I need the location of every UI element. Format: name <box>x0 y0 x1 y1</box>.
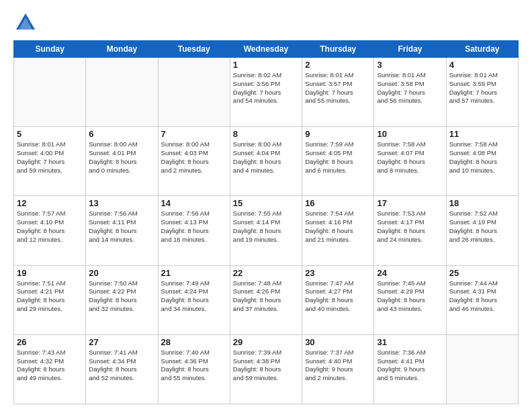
day-number: 17 <box>377 198 443 208</box>
day-header-sunday: Sunday <box>14 41 86 58</box>
calendar-cell <box>14 58 86 127</box>
page: SundayMondayTuesdayWednesdayThursdayFrid… <box>0 0 532 411</box>
calendar-cell: 4Sunrise: 8:01 AM Sunset: 3:59 PM Daylig… <box>446 58 518 127</box>
day-number: 11 <box>449 129 515 139</box>
calendar-cell: 22Sunrise: 7:48 AM Sunset: 4:26 PM Dayli… <box>230 265 302 334</box>
day-info: Sunrise: 7:54 AM Sunset: 4:16 PM Dayligh… <box>305 210 371 244</box>
day-info: Sunrise: 7:56 AM Sunset: 4:13 PM Dayligh… <box>161 210 227 244</box>
day-info: Sunrise: 7:43 AM Sunset: 4:32 PM Dayligh… <box>17 349 83 383</box>
calendar-cell: 26Sunrise: 7:43 AM Sunset: 4:32 PM Dayli… <box>14 334 86 404</box>
calendar-cell: 17Sunrise: 7:53 AM Sunset: 4:17 PM Dayli… <box>374 196 446 265</box>
day-info: Sunrise: 7:50 AM Sunset: 4:22 PM Dayligh… <box>89 279 154 314</box>
logo-icon <box>13 11 38 35</box>
day-number: 20 <box>89 268 154 278</box>
day-info: Sunrise: 8:00 AM Sunset: 4:03 PM Dayligh… <box>161 140 227 175</box>
calendar-cell: 28Sunrise: 7:40 AM Sunset: 4:36 PM Dayli… <box>158 334 230 404</box>
calendar-cell: 1Sunrise: 8:02 AM Sunset: 3:56 PM Daylig… <box>230 58 302 127</box>
calendar-cell: 7Sunrise: 8:00 AM Sunset: 4:03 PM Daylig… <box>158 127 230 196</box>
day-number: 31 <box>377 337 443 347</box>
day-info: Sunrise: 8:00 AM Sunset: 4:04 PM Dayligh… <box>233 140 299 175</box>
calendar-cell: 3Sunrise: 8:01 AM Sunset: 3:58 PM Daylig… <box>374 58 446 127</box>
day-info: Sunrise: 8:02 AM Sunset: 3:56 PM Dayligh… <box>233 71 299 105</box>
day-info: Sunrise: 8:01 AM Sunset: 4:00 PM Dayligh… <box>17 140 83 175</box>
day-number: 26 <box>17 337 83 347</box>
day-info: Sunrise: 7:52 AM Sunset: 4:19 PM Dayligh… <box>449 210 515 244</box>
calendar-cell: 31Sunrise: 7:36 AM Sunset: 4:41 PM Dayli… <box>374 334 446 404</box>
calendar-table: SundayMondayTuesdayWednesdayThursdayFrid… <box>13 40 519 404</box>
day-number: 30 <box>305 337 371 347</box>
day-number: 8 <box>233 129 299 139</box>
day-number: 23 <box>305 268 371 278</box>
day-number: 1 <box>233 60 299 70</box>
calendar-cell: 5Sunrise: 8:01 AM Sunset: 4:00 PM Daylig… <box>14 127 86 196</box>
day-header-monday: Monday <box>86 41 158 58</box>
day-number: 5 <box>17 129 83 139</box>
day-info: Sunrise: 7:45 AM Sunset: 4:29 PM Dayligh… <box>377 279 443 314</box>
day-number: 21 <box>161 268 227 278</box>
calendar-cell: 25Sunrise: 7:44 AM Sunset: 4:31 PM Dayli… <box>446 265 518 334</box>
calendar-cell <box>158 58 230 127</box>
day-info: Sunrise: 7:41 AM Sunset: 4:34 PM Dayligh… <box>89 349 154 383</box>
calendar-cell: 6Sunrise: 8:00 AM Sunset: 4:01 PM Daylig… <box>86 127 158 196</box>
day-number: 12 <box>17 198 83 208</box>
calendar-cell: 11Sunrise: 7:58 AM Sunset: 4:08 PM Dayli… <box>446 127 518 196</box>
day-info: Sunrise: 7:48 AM Sunset: 4:26 PM Dayligh… <box>233 279 299 314</box>
day-number: 19 <box>17 268 83 278</box>
calendar-cell: 29Sunrise: 7:39 AM Sunset: 4:38 PM Dayli… <box>230 334 302 404</box>
day-number: 10 <box>377 129 443 139</box>
calendar-week-row: 12Sunrise: 7:57 AM Sunset: 4:10 PM Dayli… <box>14 196 519 265</box>
day-number: 27 <box>89 337 154 347</box>
day-number: 13 <box>89 198 154 208</box>
day-info: Sunrise: 7:53 AM Sunset: 4:17 PM Dayligh… <box>377 210 443 244</box>
calendar-cell <box>86 58 158 127</box>
calendar-week-row: 26Sunrise: 7:43 AM Sunset: 4:32 PM Dayli… <box>14 334 519 404</box>
day-info: Sunrise: 8:01 AM Sunset: 3:59 PM Dayligh… <box>449 71 515 105</box>
calendar-week-row: 19Sunrise: 7:51 AM Sunset: 4:21 PM Dayli… <box>14 265 519 334</box>
day-info: Sunrise: 8:01 AM Sunset: 3:57 PM Dayligh… <box>305 71 371 105</box>
day-info: Sunrise: 7:47 AM Sunset: 4:27 PM Dayligh… <box>305 279 371 314</box>
day-info: Sunrise: 7:40 AM Sunset: 4:36 PM Dayligh… <box>161 349 227 383</box>
day-info: Sunrise: 7:51 AM Sunset: 4:21 PM Dayligh… <box>17 279 83 314</box>
day-number: 16 <box>305 198 371 208</box>
header <box>13 11 519 35</box>
calendar-cell: 19Sunrise: 7:51 AM Sunset: 4:21 PM Dayli… <box>14 265 86 334</box>
day-info: Sunrise: 7:58 AM Sunset: 4:07 PM Dayligh… <box>377 140 443 175</box>
calendar-week-row: 1Sunrise: 8:02 AM Sunset: 3:56 PM Daylig… <box>14 58 519 127</box>
day-header-tuesday: Tuesday <box>158 41 230 58</box>
day-number: 25 <box>449 268 515 278</box>
day-info: Sunrise: 7:59 AM Sunset: 4:05 PM Dayligh… <box>305 140 371 175</box>
day-info: Sunrise: 8:01 AM Sunset: 3:58 PM Dayligh… <box>377 71 443 105</box>
day-info: Sunrise: 7:55 AM Sunset: 4:14 PM Dayligh… <box>233 210 299 244</box>
calendar-cell: 13Sunrise: 7:56 AM Sunset: 4:11 PM Dayli… <box>86 196 158 265</box>
day-number: 2 <box>305 60 371 70</box>
calendar-cell: 14Sunrise: 7:56 AM Sunset: 4:13 PM Dayli… <box>158 196 230 265</box>
day-number: 3 <box>377 60 443 70</box>
calendar-header-row: SundayMondayTuesdayWednesdayThursdayFrid… <box>14 41 519 58</box>
day-number: 22 <box>233 268 299 278</box>
calendar-cell: 8Sunrise: 8:00 AM Sunset: 4:04 PM Daylig… <box>230 127 302 196</box>
calendar-cell: 20Sunrise: 7:50 AM Sunset: 4:22 PM Dayli… <box>86 265 158 334</box>
calendar-cell: 21Sunrise: 7:49 AM Sunset: 4:24 PM Dayli… <box>158 265 230 334</box>
day-number: 9 <box>305 129 371 139</box>
calendar-cell: 23Sunrise: 7:47 AM Sunset: 4:27 PM Dayli… <box>302 265 374 334</box>
calendar-cell: 27Sunrise: 7:41 AM Sunset: 4:34 PM Dayli… <box>86 334 158 404</box>
day-number: 14 <box>161 198 227 208</box>
day-info: Sunrise: 7:37 AM Sunset: 4:40 PM Dayligh… <box>305 349 371 383</box>
day-number: 15 <box>233 198 299 208</box>
calendar-cell: 16Sunrise: 7:54 AM Sunset: 4:16 PM Dayli… <box>302 196 374 265</box>
calendar-cell: 24Sunrise: 7:45 AM Sunset: 4:29 PM Dayli… <box>374 265 446 334</box>
day-number: 6 <box>89 129 154 139</box>
day-number: 7 <box>161 129 227 139</box>
day-info: Sunrise: 8:00 AM Sunset: 4:01 PM Dayligh… <box>89 140 154 175</box>
calendar-cell <box>446 334 518 404</box>
day-info: Sunrise: 7:58 AM Sunset: 4:08 PM Dayligh… <box>449 140 515 175</box>
day-header-friday: Friday <box>374 41 446 58</box>
calendar-cell: 10Sunrise: 7:58 AM Sunset: 4:07 PM Dayli… <box>374 127 446 196</box>
day-number: 24 <box>377 268 443 278</box>
day-info: Sunrise: 7:49 AM Sunset: 4:24 PM Dayligh… <box>161 279 227 314</box>
calendar-cell: 30Sunrise: 7:37 AM Sunset: 4:40 PM Dayli… <box>302 334 374 404</box>
calendar-cell: 2Sunrise: 8:01 AM Sunset: 3:57 PM Daylig… <box>302 58 374 127</box>
day-number: 28 <box>161 337 227 347</box>
calendar-week-row: 5Sunrise: 8:01 AM Sunset: 4:00 PM Daylig… <box>14 127 519 196</box>
day-header-saturday: Saturday <box>446 41 518 58</box>
